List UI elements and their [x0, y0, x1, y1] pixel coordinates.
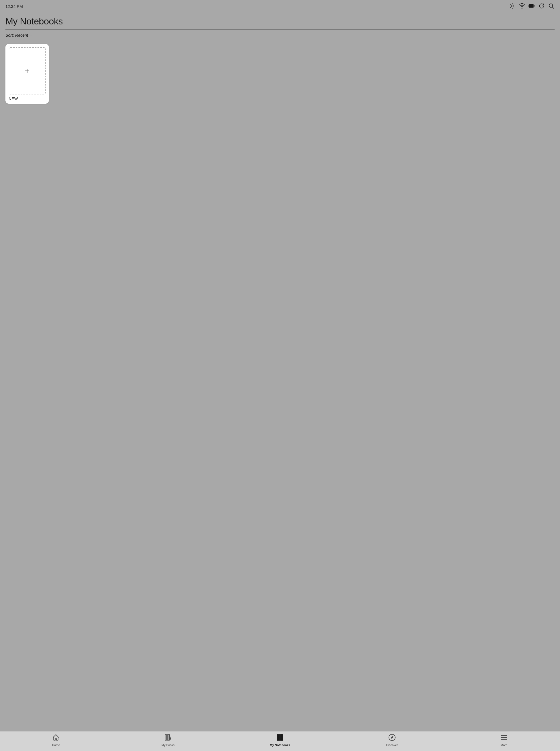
nav-item-home[interactable]: Home [45, 734, 67, 747]
svg-point-0 [511, 5, 513, 7]
battery-icon [528, 3, 535, 10]
nav-item-discover[interactable]: Discover [381, 734, 403, 747]
svg-rect-18 [277, 734, 279, 740]
nav-label-discover: Discover [386, 744, 398, 747]
svg-rect-16 [167, 735, 169, 740]
my-notebooks-icon [276, 734, 284, 742]
svg-point-9 [522, 8, 522, 8]
svg-marker-22 [391, 736, 394, 739]
svg-line-7 [510, 7, 511, 8]
nav-item-my-books[interactable]: My Books [157, 734, 179, 747]
sort-bar: Sort: Recent ⌄ [0, 29, 560, 41]
brightness-icon [509, 3, 516, 10]
status-icons [509, 3, 555, 10]
nav-item-my-notebooks[interactable]: My Notebooks [269, 734, 291, 747]
nav-label-my-books: My Books [161, 744, 175, 747]
new-notebook-card[interactable]: + NEW [5, 44, 49, 104]
nav-label-more: More [501, 744, 507, 747]
my-books-icon [164, 734, 172, 742]
sort-label: Sort: Recent [5, 33, 28, 37]
svg-line-14 [553, 7, 554, 9]
new-notebook-dashed-area: + [9, 47, 45, 95]
new-notebook-label: NEW [5, 95, 49, 104]
status-bar: 12:34 PM [0, 0, 560, 12]
chevron-down-icon: ⌄ [29, 33, 32, 37]
sort-button[interactable]: Sort: Recent ⌄ [5, 33, 32, 37]
page-title: My Notebooks [5, 16, 555, 26]
sync-icon [538, 3, 545, 10]
svg-rect-20 [281, 734, 283, 740]
status-time: 12:34 PM [5, 4, 23, 9]
more-icon [500, 734, 508, 742]
discover-icon [388, 734, 396, 742]
page-header: My Notebooks [0, 12, 560, 29]
svg-line-4 [514, 7, 515, 8]
svg-rect-19 [279, 734, 281, 740]
nav-label-my-notebooks: My Notebooks [270, 744, 290, 747]
home-icon [52, 734, 60, 742]
svg-rect-12 [529, 5, 533, 7]
plus-icon: + [25, 66, 30, 75]
svg-line-8 [514, 4, 515, 4]
svg-line-3 [510, 4, 511, 4]
nav-label-home: Home [52, 744, 60, 747]
main-content: + NEW [0, 41, 560, 731]
bottom-nav: Home My Books My Notebooks [0, 731, 560, 751]
nav-item-more[interactable]: More [493, 734, 515, 747]
svg-rect-15 [165, 735, 167, 740]
wifi-icon [519, 3, 525, 10]
notebook-grid: + NEW [5, 44, 555, 104]
search-icon[interactable] [548, 3, 555, 10]
